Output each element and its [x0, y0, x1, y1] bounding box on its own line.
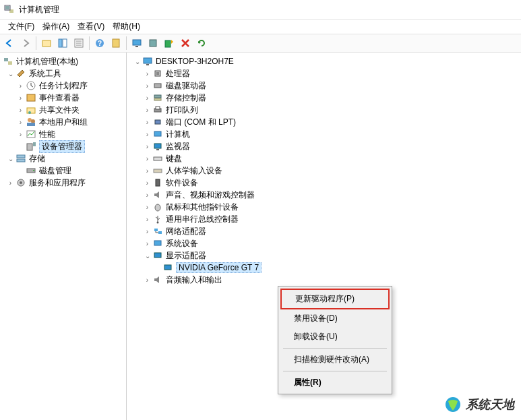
expand-icon[interactable]: ›: [16, 107, 26, 114]
refresh-button[interactable]: [194, 36, 209, 51]
dev-keyboards[interactable]: ›键盘: [127, 152, 521, 164]
delete-button[interactable]: [178, 36, 193, 51]
tree-label: 任务计划程序: [39, 80, 88, 92]
help-button[interactable]: ?: [92, 36, 107, 51]
expand-icon[interactable]: ›: [142, 191, 152, 199]
svg-rect-40: [154, 95, 161, 98]
svg-rect-27: [27, 144, 32, 150]
ctx-properties[interactable]: 属性(R): [280, 373, 390, 392]
dev-computers[interactable]: ›计算机: [127, 128, 521, 140]
expand-icon[interactable]: ›: [142, 204, 152, 211]
dev-network[interactable]: ›网络适配器: [127, 225, 521, 237]
ctx-uninstall-device[interactable]: 卸载设备(U): [280, 328, 390, 346]
tree-storage[interactable]: ⌄ 存储: [0, 152, 126, 164]
expand-icon[interactable]: ›: [142, 276, 152, 284]
collapse-icon[interactable]: ⌄: [132, 58, 142, 65]
dev-monitors[interactable]: ›监视器: [127, 140, 521, 152]
properties-button[interactable]: [71, 36, 86, 51]
svg-rect-5: [63, 39, 67, 47]
dev-hid[interactable]: ›人体学输入设备: [127, 164, 521, 177]
tree-label: 系统工具: [29, 68, 61, 80]
up-button[interactable]: [39, 36, 54, 51]
tree-label: 通用串行总线控制器: [166, 214, 239, 225]
tree-dev-mgr[interactable]: · 设备管理器: [0, 140, 126, 152]
menu-file[interactable]: 文件(F): [4, 21, 38, 32]
device-button[interactable]: [146, 36, 160, 51]
dev-storage-ctrl[interactable]: ›存储控制器: [127, 92, 521, 104]
tree-label: 打印队列: [166, 104, 198, 116]
menu-help[interactable]: 帮助(H): [109, 21, 144, 32]
expand-icon[interactable]: ›: [142, 216, 152, 223]
tree-label: 事件查看器: [39, 92, 80, 104]
dev-root[interactable]: ⌄ DESKTOP-3H2OH7E: [127, 55, 521, 67]
expand-icon[interactable]: ›: [142, 131, 152, 138]
tree-services[interactable]: › 服务和应用程序: [0, 177, 126, 189]
tree-label: 显示适配器: [166, 250, 206, 262]
expand-icon[interactable]: ›: [142, 82, 152, 90]
dev-sys[interactable]: ›系统设备: [127, 237, 521, 249]
ctx-update-driver[interactable]: 更新驱动程序(P): [280, 289, 390, 309]
tree-shared[interactable]: › 共享文件夹: [0, 104, 126, 116]
tree-sys-tools[interactable]: ⌄ 系统工具: [0, 67, 126, 80]
expand-icon[interactable]: ›: [142, 179, 152, 187]
dev-disk[interactable]: ›磁盘驱动器: [127, 80, 521, 92]
dev-gpu[interactable]: NVIDIA GeForce GT 7: [127, 262, 521, 274]
monitor-button[interactable]: [129, 36, 144, 51]
sysdev-icon: [152, 238, 163, 249]
collapse-icon[interactable]: ⌄: [5, 70, 16, 78]
dev-mouse[interactable]: ›鼠标和其他指针设备: [127, 201, 521, 213]
expand-icon[interactable]: ›: [16, 82, 26, 90]
show-hide-tree-button[interactable]: [55, 36, 70, 51]
action-button[interactable]: [109, 36, 123, 51]
tree-disk-mgmt[interactable]: · 磁盘管理: [0, 164, 126, 177]
tree-task-sched[interactable]: › 任务计划程序: [0, 80, 126, 92]
watermark-text: 系统天地: [466, 396, 514, 413]
dev-ports[interactable]: ›端口 (COM 和 LPT): [127, 116, 521, 128]
dev-software[interactable]: ›软件设备: [127, 177, 521, 189]
menu-view[interactable]: 查看(V): [73, 21, 109, 32]
dev-sound[interactable]: ›声音、视频和游戏控制器: [127, 189, 521, 201]
svg-rect-3: [42, 40, 51, 47]
left-tree-pane: 计算机管理(本地) ⌄ 系统工具 › 任务计划程序 › 事件查看器 › 共享文件…: [0, 53, 127, 420]
tools-icon: [16, 68, 26, 79]
tree-event-viewer[interactable]: › 事件查看器: [0, 92, 126, 104]
tree-local-users[interactable]: › 本地用户和组: [0, 116, 126, 128]
expand-icon[interactable]: ›: [142, 119, 152, 126]
expand-icon[interactable]: ›: [142, 228, 152, 235]
dev-display[interactable]: ⌄显示适配器: [127, 249, 521, 262]
disk-drive-icon: [152, 80, 163, 91]
tree-label: NVIDIA GeForce GT 7: [176, 262, 262, 273]
expand-icon[interactable]: ›: [16, 131, 26, 138]
expand-icon[interactable]: ›: [142, 94, 152, 102]
dev-print[interactable]: ›打印队列: [127, 104, 521, 116]
audio-icon: [152, 274, 163, 285]
collapse-icon[interactable]: ⌄: [142, 252, 152, 260]
svg-rect-49: [154, 169, 162, 173]
expand-icon[interactable]: ›: [142, 167, 152, 175]
expand-icon[interactable]: ›: [142, 143, 152, 150]
storage-ctrl-icon: [152, 92, 163, 103]
expand-icon[interactable]: ›: [142, 107, 152, 114]
ctx-disable-device[interactable]: 禁用设备(D): [280, 309, 390, 328]
menu-action[interactable]: 操作(A): [38, 21, 73, 32]
expand-icon[interactable]: ›: [16, 94, 26, 102]
expand-icon[interactable]: ›: [142, 155, 152, 162]
tree-label: 性能: [39, 129, 55, 140]
tree-label: 处理器: [166, 68, 190, 80]
forward-button[interactable]: [18, 36, 33, 51]
expand-icon[interactable]: ›: [5, 179, 16, 187]
dev-cpu[interactable]: ›处理器: [127, 67, 521, 80]
expand-icon[interactable]: ›: [142, 240, 152, 247]
expand-icon[interactable]: ›: [16, 119, 26, 126]
ctx-scan-hardware[interactable]: 扫描检测硬件改动(A): [280, 351, 390, 369]
tree-perf[interactable]: › 性能: [0, 128, 126, 140]
tree-root[interactable]: 计算机管理(本地): [0, 55, 126, 67]
computer-icon: [142, 56, 153, 67]
collapse-icon[interactable]: ⌄: [5, 155, 16, 162]
back-button[interactable]: [2, 36, 17, 51]
dev-audio[interactable]: ›音频输入和输出: [127, 274, 521, 286]
dev-usb[interactable]: ›通用串行总线控制器: [127, 213, 521, 225]
tree-label: 软件设备: [166, 177, 198, 189]
scan-button[interactable]: [162, 36, 177, 51]
expand-icon[interactable]: ›: [142, 70, 152, 78]
